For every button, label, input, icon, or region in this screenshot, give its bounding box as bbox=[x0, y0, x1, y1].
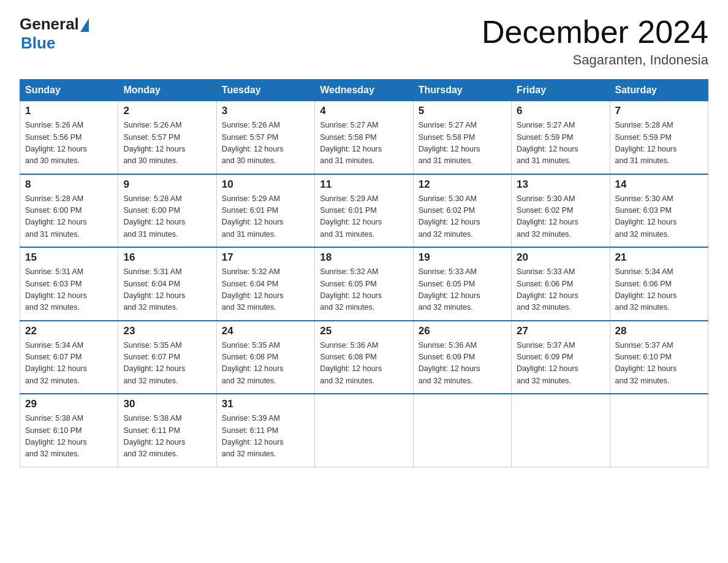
day-info: Sunrise: 5:36 AMSunset: 6:09 PMDaylight:… bbox=[419, 340, 506, 388]
day-number: 4 bbox=[320, 105, 408, 117]
day-info: Sunrise: 5:31 AMSunset: 6:04 PMDaylight:… bbox=[123, 266, 211, 314]
calendar-cell: 24Sunrise: 5:35 AMSunset: 6:08 PMDayligh… bbox=[216, 321, 314, 394]
calendar-cell: 27Sunrise: 5:37 AMSunset: 6:09 PMDayligh… bbox=[512, 321, 610, 394]
calendar-cell: 12Sunrise: 5:30 AMSunset: 6:02 PMDayligh… bbox=[413, 174, 511, 248]
day-info: Sunrise: 5:30 AMSunset: 6:02 PMDaylight:… bbox=[419, 193, 506, 241]
day-info: Sunrise: 5:27 AMSunset: 5:59 PMDaylight:… bbox=[517, 120, 604, 167]
day-number: 13 bbox=[517, 178, 604, 191]
calendar-cell: 25Sunrise: 5:36 AMSunset: 6:08 PMDayligh… bbox=[315, 321, 413, 394]
col-header-monday: Monday bbox=[118, 80, 216, 101]
day-number: 19 bbox=[419, 251, 506, 264]
logo: General Blue bbox=[20, 15, 89, 53]
title-block: December 2024 Sagaranten, Indonesia bbox=[482, 15, 708, 68]
calendar-cell: 2Sunrise: 5:26 AMSunset: 5:57 PMDaylight… bbox=[118, 101, 216, 174]
day-info: Sunrise: 5:35 AMSunset: 6:07 PMDaylight:… bbox=[123, 340, 211, 388]
col-header-tuesday: Tuesday bbox=[216, 80, 314, 101]
calendar-cell bbox=[512, 394, 610, 467]
day-number: 27 bbox=[517, 325, 604, 337]
day-number: 29 bbox=[25, 398, 113, 410]
day-number: 12 bbox=[419, 178, 506, 191]
day-number: 30 bbox=[123, 398, 211, 410]
calendar-cell: 5Sunrise: 5:27 AMSunset: 5:58 PMDaylight… bbox=[413, 101, 511, 174]
day-info: Sunrise: 5:28 AMSunset: 6:00 PMDaylight:… bbox=[25, 193, 113, 241]
calendar-cell: 18Sunrise: 5:32 AMSunset: 6:05 PMDayligh… bbox=[315, 247, 413, 321]
day-number: 3 bbox=[222, 105, 309, 117]
day-number: 11 bbox=[320, 178, 408, 191]
header-row: SundayMondayTuesdayWednesdayThursdayFrid… bbox=[20, 80, 708, 101]
day-number: 16 bbox=[123, 251, 211, 264]
location: Sagaranten, Indonesia bbox=[482, 52, 708, 68]
day-number: 31 bbox=[222, 398, 309, 410]
calendar-cell: 23Sunrise: 5:35 AMSunset: 6:07 PMDayligh… bbox=[118, 321, 216, 394]
day-info: Sunrise: 5:27 AMSunset: 5:58 PMDaylight:… bbox=[320, 120, 408, 167]
day-info: Sunrise: 5:37 AMSunset: 6:10 PMDaylight:… bbox=[615, 340, 703, 388]
day-info: Sunrise: 5:26 AMSunset: 5:57 PMDaylight:… bbox=[222, 120, 309, 167]
calendar-cell: 20Sunrise: 5:33 AMSunset: 6:06 PMDayligh… bbox=[512, 247, 610, 321]
calendar-cell: 14Sunrise: 5:30 AMSunset: 6:03 PMDayligh… bbox=[610, 174, 708, 248]
day-info: Sunrise: 5:27 AMSunset: 5:58 PMDaylight:… bbox=[419, 120, 506, 167]
calendar-week-2: 8Sunrise: 5:28 AMSunset: 6:00 PMDaylight… bbox=[20, 174, 708, 248]
calendar-cell: 15Sunrise: 5:31 AMSunset: 6:03 PMDayligh… bbox=[20, 247, 118, 321]
calendar-week-1: 1Sunrise: 5:26 AMSunset: 5:56 PMDaylight… bbox=[20, 101, 708, 174]
day-number: 28 bbox=[615, 325, 703, 337]
day-number: 23 bbox=[123, 325, 211, 337]
col-header-wednesday: Wednesday bbox=[315, 80, 413, 101]
calendar-cell: 8Sunrise: 5:28 AMSunset: 6:00 PMDaylight… bbox=[20, 174, 118, 248]
logo-triangle-icon bbox=[80, 18, 89, 32]
logo-general-text: General bbox=[20, 15, 79, 34]
day-info: Sunrise: 5:26 AMSunset: 5:56 PMDaylight:… bbox=[25, 120, 113, 167]
calendar-cell: 11Sunrise: 5:29 AMSunset: 6:01 PMDayligh… bbox=[315, 174, 413, 248]
col-header-saturday: Saturday bbox=[610, 80, 708, 101]
calendar-week-5: 29Sunrise: 5:38 AMSunset: 6:10 PMDayligh… bbox=[20, 394, 708, 467]
day-number: 22 bbox=[25, 325, 113, 337]
day-info: Sunrise: 5:28 AMSunset: 5:59 PMDaylight:… bbox=[615, 120, 703, 167]
day-info: Sunrise: 5:26 AMSunset: 5:57 PMDaylight:… bbox=[123, 120, 211, 167]
calendar-cell bbox=[610, 394, 708, 467]
calendar-week-3: 15Sunrise: 5:31 AMSunset: 6:03 PMDayligh… bbox=[20, 247, 708, 321]
day-info: Sunrise: 5:38 AMSunset: 6:10 PMDaylight:… bbox=[25, 413, 113, 461]
day-info: Sunrise: 5:30 AMSunset: 6:03 PMDaylight:… bbox=[615, 193, 703, 241]
calendar-cell: 30Sunrise: 5:38 AMSunset: 6:11 PMDayligh… bbox=[118, 394, 216, 467]
day-number: 18 bbox=[320, 251, 408, 264]
day-number: 14 bbox=[615, 178, 703, 191]
day-info: Sunrise: 5:33 AMSunset: 6:05 PMDaylight:… bbox=[419, 266, 506, 314]
day-info: Sunrise: 5:39 AMSunset: 6:11 PMDaylight:… bbox=[222, 413, 309, 461]
day-number: 8 bbox=[25, 178, 113, 191]
day-info: Sunrise: 5:38 AMSunset: 6:11 PMDaylight:… bbox=[123, 413, 211, 461]
col-header-sunday: Sunday bbox=[20, 80, 118, 101]
day-info: Sunrise: 5:37 AMSunset: 6:09 PMDaylight:… bbox=[517, 340, 604, 388]
day-number: 1 bbox=[25, 105, 113, 117]
calendar-cell: 3Sunrise: 5:26 AMSunset: 5:57 PMDaylight… bbox=[216, 101, 314, 174]
calendar-cell: 21Sunrise: 5:34 AMSunset: 6:06 PMDayligh… bbox=[610, 247, 708, 321]
calendar-cell: 17Sunrise: 5:32 AMSunset: 6:04 PMDayligh… bbox=[216, 247, 314, 321]
calendar-cell: 19Sunrise: 5:33 AMSunset: 6:05 PMDayligh… bbox=[413, 247, 511, 321]
col-header-thursday: Thursday bbox=[413, 80, 511, 101]
calendar-cell: 10Sunrise: 5:29 AMSunset: 6:01 PMDayligh… bbox=[216, 174, 314, 248]
calendar-cell: 13Sunrise: 5:30 AMSunset: 6:02 PMDayligh… bbox=[512, 174, 610, 248]
calendar-week-4: 22Sunrise: 5:34 AMSunset: 6:07 PMDayligh… bbox=[20, 321, 708, 394]
day-number: 6 bbox=[517, 105, 604, 117]
day-number: 20 bbox=[517, 251, 604, 264]
day-number: 15 bbox=[25, 251, 113, 264]
calendar-cell bbox=[413, 394, 511, 467]
calendar-cell: 16Sunrise: 5:31 AMSunset: 6:04 PMDayligh… bbox=[118, 247, 216, 321]
day-number: 21 bbox=[615, 251, 703, 264]
month-title: December 2024 bbox=[482, 15, 708, 50]
day-info: Sunrise: 5:35 AMSunset: 6:08 PMDaylight:… bbox=[222, 340, 309, 388]
day-info: Sunrise: 5:29 AMSunset: 6:01 PMDaylight:… bbox=[222, 193, 309, 241]
day-number: 7 bbox=[615, 105, 703, 117]
calendar-table: SundayMondayTuesdayWednesdayThursdayFrid… bbox=[20, 79, 708, 467]
calendar-cell: 1Sunrise: 5:26 AMSunset: 5:56 PMDaylight… bbox=[20, 101, 118, 174]
day-info: Sunrise: 5:32 AMSunset: 6:05 PMDaylight:… bbox=[320, 266, 408, 314]
calendar-cell: 9Sunrise: 5:28 AMSunset: 6:00 PMDaylight… bbox=[118, 174, 216, 248]
day-info: Sunrise: 5:34 AMSunset: 6:06 PMDaylight:… bbox=[615, 266, 703, 314]
day-number: 24 bbox=[222, 325, 309, 337]
day-number: 9 bbox=[123, 178, 211, 191]
col-header-friday: Friday bbox=[512, 80, 610, 101]
calendar-cell: 6Sunrise: 5:27 AMSunset: 5:59 PMDaylight… bbox=[512, 101, 610, 174]
day-number: 2 bbox=[123, 105, 211, 117]
calendar-cell: 31Sunrise: 5:39 AMSunset: 6:11 PMDayligh… bbox=[216, 394, 314, 467]
calendar-cell: 7Sunrise: 5:28 AMSunset: 5:59 PMDaylight… bbox=[610, 101, 708, 174]
day-info: Sunrise: 5:34 AMSunset: 6:07 PMDaylight:… bbox=[25, 340, 113, 388]
calendar-cell: 29Sunrise: 5:38 AMSunset: 6:10 PMDayligh… bbox=[20, 394, 118, 467]
